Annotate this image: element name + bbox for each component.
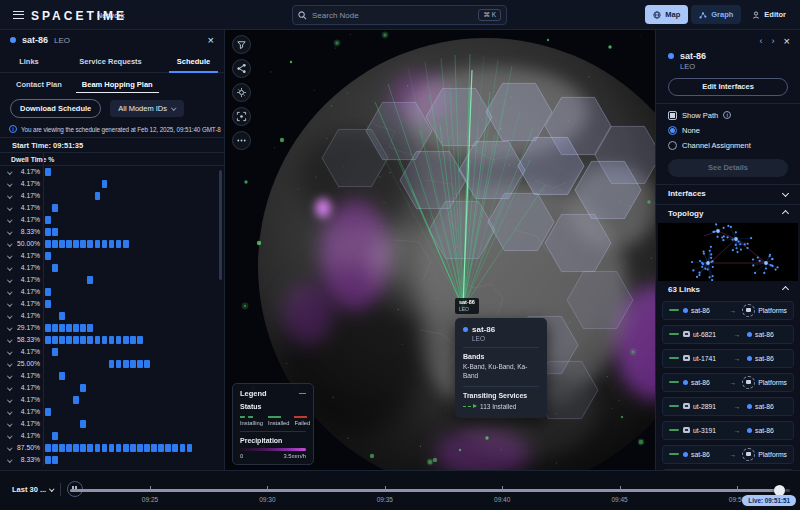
dwell-block[interactable] (73, 336, 79, 344)
dwell-block[interactable] (52, 324, 58, 332)
dwell-block[interactable] (102, 336, 108, 344)
dwell-block[interactable] (52, 348, 58, 356)
dwell-block[interactable] (123, 240, 129, 248)
schedule-row[interactable]: 50.00% (0, 238, 224, 250)
dwell-block[interactable] (87, 276, 93, 284)
dwell-block[interactable] (45, 444, 51, 452)
dwell-block[interactable] (87, 240, 93, 248)
dwell-block[interactable] (87, 444, 93, 452)
schedule-row[interactable]: 4.17% (0, 418, 224, 430)
graph-view-button[interactable]: Graph (691, 5, 741, 24)
dwell-block[interactable] (116, 240, 122, 248)
link-row[interactable]: ut-3191→sat-86 (662, 421, 794, 440)
dwell-block[interactable] (52, 204, 58, 212)
dwell-block[interactable] (45, 216, 51, 224)
map-node-badge[interactable]: sat-86 LEO (455, 298, 479, 314)
dwell-block[interactable] (172, 444, 178, 452)
download-schedule-button[interactable]: Download Schedule (10, 99, 101, 118)
links-section-header[interactable]: 63 Links (656, 281, 800, 298)
share-button[interactable] (232, 59, 251, 78)
dwell-block[interactable] (137, 444, 143, 452)
schedule-row[interactable]: 4.17% (0, 262, 224, 274)
map-view-button[interactable]: Map (645, 5, 688, 24)
dwell-block[interactable] (66, 240, 72, 248)
legend-minimize-button[interactable] (299, 393, 306, 395)
dwell-block[interactable] (73, 240, 79, 248)
dwell-block[interactable] (87, 336, 93, 344)
dwell-block[interactable] (80, 324, 86, 332)
radio-none[interactable] (668, 126, 677, 135)
radio-channel-assignment[interactable] (668, 141, 677, 150)
dwell-block[interactable] (87, 324, 93, 332)
tab-links[interactable]: Links (0, 50, 58, 72)
link-row[interactable]: sat-86→Platforms (662, 301, 794, 320)
schedule-row[interactable]: 4.17% (0, 406, 224, 418)
see-details-button[interactable]: See Details (668, 159, 788, 177)
dwell-block[interactable] (130, 444, 136, 452)
scrollbar[interactable] (219, 170, 222, 280)
dwell-block[interactable] (52, 240, 58, 248)
schedule-row[interactable]: 4.17% (0, 298, 224, 310)
schedule-row[interactable]: 4.17% (0, 166, 224, 178)
schedule-row[interactable]: 4.17% (0, 286, 224, 298)
dwell-block[interactable] (116, 444, 122, 452)
dwell-block[interactable] (116, 360, 122, 368)
dwell-block[interactable] (165, 444, 171, 452)
dwell-block[interactable] (73, 396, 79, 404)
satellite-button[interactable] (232, 83, 251, 102)
time-range-dropdown[interactable]: Last 30 ... (12, 485, 54, 494)
close-icon[interactable]: × (208, 35, 214, 46)
dwell-block[interactable] (123, 336, 129, 344)
dwell-block[interactable] (95, 444, 101, 452)
link-row[interactable]: sat-86→Platforms (662, 445, 794, 464)
dwell-block[interactable] (109, 336, 115, 344)
next-node-button[interactable]: › (772, 37, 775, 46)
link-row[interactable]: sat-86→Platforms (662, 373, 794, 392)
schedule-row[interactable]: 4.17% (0, 394, 224, 406)
dwell-block[interactable] (137, 336, 143, 344)
dwell-block[interactable] (80, 444, 86, 452)
schedule-row[interactable]: 4.17% (0, 250, 224, 262)
dwell-block[interactable] (109, 240, 115, 248)
schedule-row[interactable]: 4.17% (0, 274, 224, 286)
subtab-beam-hopping-plan[interactable]: Beam Hopping Plan (72, 73, 163, 95)
schedule-row[interactable]: 4.17% (0, 370, 224, 382)
menu-icon[interactable] (13, 11, 24, 19)
schedule-row[interactable]: 25.00% (0, 358, 224, 370)
map-view[interactable]: sat-86 LEO sat-86 LEO Bands K-Band, Ku-B… (225, 30, 655, 470)
dwell-block[interactable] (66, 444, 72, 452)
dwell-block[interactable] (102, 240, 108, 248)
dwell-block[interactable] (59, 312, 65, 320)
show-path-checkbox[interactable] (668, 111, 677, 120)
dwell-block[interactable] (130, 360, 136, 368)
search-input[interactable] (312, 11, 473, 20)
schedule-row[interactable]: 8.33% (0, 454, 224, 466)
dwell-block[interactable] (52, 336, 58, 344)
dwell-block[interactable] (45, 252, 51, 260)
dwell-block[interactable] (52, 444, 58, 452)
dwell-block[interactable] (45, 324, 51, 332)
schedule-row[interactable]: 87.50% (0, 442, 224, 454)
schedule-row[interactable]: 4.17% (0, 202, 224, 214)
dwell-block[interactable] (116, 336, 122, 344)
dwell-block[interactable] (144, 360, 150, 368)
dwell-block[interactable] (66, 324, 72, 332)
subtab-contact-plan[interactable]: Contact Plan (6, 73, 72, 95)
schedule-row[interactable]: 58.33% (0, 334, 224, 346)
schedule-row[interactable]: 4.17% (0, 214, 224, 226)
dwell-block[interactable] (80, 420, 86, 428)
dwell-block[interactable] (45, 240, 51, 248)
dwell-block[interactable] (80, 384, 86, 392)
schedule-row[interactable]: 29.17% (0, 322, 224, 334)
dwell-block[interactable] (80, 240, 86, 248)
dwell-block[interactable] (45, 300, 51, 308)
dwell-block[interactable] (137, 360, 143, 368)
dwell-block[interactable] (45, 408, 51, 416)
dwell-block[interactable] (45, 456, 51, 464)
dwell-block[interactable] (73, 324, 79, 332)
schedule-row[interactable]: 4.17% (0, 430, 224, 442)
dwell-block[interactable] (52, 432, 58, 440)
dwell-block[interactable] (151, 444, 157, 452)
dwell-block[interactable] (59, 336, 65, 344)
dwell-block[interactable] (130, 336, 136, 344)
